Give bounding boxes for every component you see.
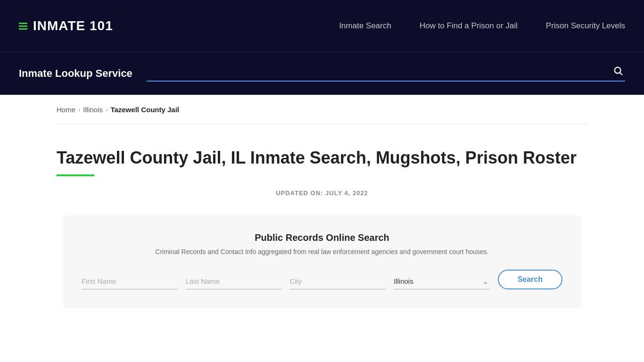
card-title: Public Records Online Search: [82, 232, 562, 243]
updated-label: UPDATED ON: JULY 4, 2022: [57, 189, 587, 197]
search-input[interactable]: [147, 66, 611, 78]
logo-icon: [19, 23, 27, 30]
breadcrumb-chevron-1: ›: [78, 106, 80, 113]
page-title: Tazewell County Jail, IL Inmate Search, …: [57, 148, 587, 168]
title-underline: [57, 174, 94, 176]
nav-security-levels[interactable]: Prison Security Levels: [546, 21, 625, 30]
search-form: Illinois Alabama Alaska Arizona Arkansas…: [82, 270, 562, 289]
first-name-input[interactable]: [82, 273, 178, 289]
top-navigation: INMATE 101 Inmate Search How to Find a P…: [0, 0, 644, 52]
logo-text: INMATE 101: [33, 18, 113, 33]
breadcrumb: Home › Illinois › Tazewell County Jail: [57, 106, 587, 114]
nav-inmate-search[interactable]: Inmate Search: [339, 21, 391, 30]
search-input-wrap: [147, 66, 625, 82]
search-icon: [613, 66, 623, 76]
last-name-input[interactable]: [186, 273, 282, 289]
breadcrumb-home[interactable]: Home: [57, 106, 75, 114]
nav-links: Inmate Search How to Find a Prison or Ja…: [339, 21, 625, 31]
breadcrumb-current: Tazewell County Jail: [110, 106, 179, 114]
breadcrumb-state[interactable]: Illinois: [83, 106, 103, 114]
svg-line-1: [620, 73, 622, 74]
public-records-card: Public Records Online Search Criminal Re…: [63, 215, 581, 308]
last-name-field: [186, 273, 282, 289]
search-section: Inmate Lookup Service: [0, 52, 644, 95]
city-field: [289, 273, 386, 289]
search-icon-button[interactable]: [611, 66, 625, 79]
state-field: Illinois Alabama Alaska Arizona Arkansas…: [394, 273, 490, 289]
search-section-label: Inmate Lookup Service: [19, 67, 132, 80]
nav-find-prison[interactable]: How to Find a Prison or Jail: [420, 21, 518, 30]
logo-link[interactable]: INMATE 101: [19, 18, 113, 33]
state-select[interactable]: Illinois Alabama Alaska Arizona Arkansas…: [394, 273, 490, 289]
city-input[interactable]: [289, 273, 386, 289]
breadcrumb-chevron-2: ›: [106, 106, 107, 113]
first-name-field: [82, 273, 178, 289]
card-description: Criminal Records and Contact Info aggreg…: [82, 248, 562, 255]
main-content: Tazewell County Jail, IL Inmate Search, …: [0, 124, 644, 327]
breadcrumb-section: Home › Illinois › Tazewell County Jail: [0, 95, 644, 124]
search-button[interactable]: Search: [498, 270, 562, 289]
